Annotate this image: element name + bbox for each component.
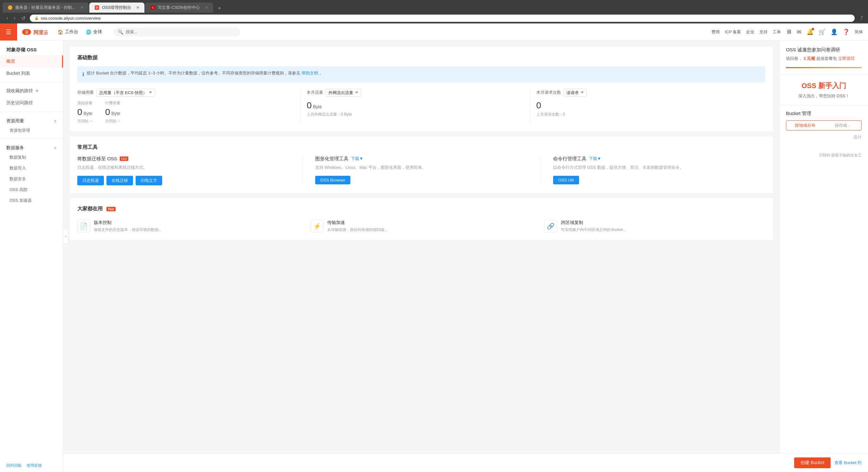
brand-logo: 云 阿里云 bbox=[17, 27, 53, 37]
nav-links: 🏠 工作台 🌐 全球 bbox=[53, 29, 107, 35]
add-saved-path-icon[interactable]: + bbox=[35, 88, 38, 94]
header-icp-link[interactable]: ICP 备案 bbox=[725, 29, 741, 35]
sidebar-old-version[interactable]: 回到旧版 bbox=[6, 463, 22, 468]
browser-tab-2[interactable]: O OSS管理控制台 ✕ bbox=[89, 3, 145, 13]
traffic-select[interactable]: 外网流出流量 bbox=[326, 89, 361, 97]
sidebar-oss-accelerator[interactable]: OSS 加速器 bbox=[0, 195, 63, 206]
bottom-hint: CSDN @双子猫的次女工 bbox=[780, 149, 868, 161]
requests-select[interactable]: 读请求 bbox=[564, 89, 587, 97]
sidebar-item-bucket-list[interactable]: Bucket 列表 bbox=[0, 67, 63, 80]
sidebar-overview-label: 概览 bbox=[6, 59, 15, 64]
help-doc-link[interactable]: 帮助文档 bbox=[302, 71, 318, 75]
popular-card: 大家都在用 Hot 📄 版本控制 保留文件的历史版本，错误导致的数据... ⚡ bbox=[70, 198, 773, 240]
tab-close-3[interactable]: ✕ bbox=[205, 5, 208, 10]
nav-global-label: 全球 bbox=[93, 29, 102, 35]
sidebar-resource-label[interactable]: 资源用量 ∧ bbox=[6, 118, 57, 124]
common-tools-card: 常用工具 将数据迁移至 OSS Hot 日志投递、在线迁移和离线迁移方式。 日志… bbox=[70, 136, 773, 193]
header-support-link[interactable]: 支持 bbox=[760, 29, 768, 35]
monitor-icon[interactable]: 🖥 bbox=[786, 29, 792, 35]
app-header: ☰ 云 阿里云 🏠 工作台 🌐 全球 🔍 费用 ICP 备案 企业 支持 工单 … bbox=[0, 24, 868, 40]
browser-tab-3[interactable]: C 写文章-CSDN创作中心 ✕ bbox=[145, 3, 213, 13]
search-icon: 🔍 bbox=[118, 29, 123, 34]
forward-button[interactable]: › bbox=[12, 14, 17, 22]
sidebar-item-overview[interactable]: 概览 bbox=[0, 56, 63, 67]
oss-browser-button[interactable]: OSS Browser bbox=[315, 176, 350, 184]
sidebar-data-security[interactable]: 数据安全 bbox=[0, 174, 63, 184]
tool-migrate-title: 将数据迁移至 OSS Hot bbox=[77, 156, 289, 162]
share-button[interactable]: ⤴ bbox=[860, 15, 863, 21]
version-control-title: 版本控制 bbox=[94, 220, 161, 225]
nav-workbench[interactable]: 🏠 工作台 bbox=[58, 29, 78, 35]
bucket-tab-storage[interactable]: 按存储... bbox=[824, 121, 862, 130]
browser-tab-1[interactable]: 服务器 - 轻量应用服务器 - 控制... ✕ bbox=[3, 3, 89, 13]
sidebar-data-copy[interactable]: 数据复制 bbox=[0, 152, 63, 163]
header-fee-link[interactable]: 费用 bbox=[712, 29, 720, 35]
online-migrate-button[interactable]: 在线迁移 bbox=[106, 176, 133, 185]
lock-icon: 🔒 bbox=[34, 16, 39, 20]
sidebar-saved-paths[interactable]: 我收藏的路径 + bbox=[0, 85, 63, 97]
survey-divider bbox=[786, 67, 862, 68]
version-control-desc: 保留文件的历史版本，错误导致的数据... bbox=[94, 227, 161, 232]
header-ticket-link[interactable]: 工单 bbox=[773, 29, 781, 35]
resource-section-text: 资源用量 bbox=[6, 118, 24, 124]
help-icon[interactable]: ❓ bbox=[843, 29, 849, 35]
requests-selector: 本月请求次数 读请求 bbox=[536, 89, 753, 97]
tool-cli: 命令行管理工具 下载▼ 以命令行方式管理 OSS 数据，提供方便、简洁、丰富的数… bbox=[553, 156, 765, 186]
sidebar-resource-pkg[interactable]: 资源包管理 bbox=[0, 125, 63, 136]
bottom-hint-text: CSDN @双子猫的次女工 bbox=[786, 151, 862, 158]
browser-chrome: 服务器 - 轻量应用服务器 - 控制... ✕ O OSS管理控制台 ✕ C 写… bbox=[0, 0, 868, 24]
language-switch[interactable]: 简体 bbox=[855, 29, 863, 35]
traffic-num: 0 bbox=[307, 100, 312, 111]
back-button[interactable]: ‹ bbox=[5, 14, 9, 22]
log-delivery-button[interactable]: 日志投递 bbox=[77, 176, 104, 185]
transfer-accel-title: 传输加速 bbox=[327, 220, 388, 225]
survey-card: OSS 诚邀您参加问卷调研 填问卷， 1 元领 超值套餐包 立即填写 bbox=[780, 40, 868, 75]
header-enterprise-link[interactable]: 企业 bbox=[746, 29, 754, 35]
cli-download-link[interactable]: 下载▼ bbox=[589, 156, 601, 162]
survey-desc-mid: 超值套餐包 bbox=[816, 56, 838, 61]
oss-intro-card: OSS 新手入门 深入浅出，带您玩转 OSS！ bbox=[780, 75, 868, 105]
svg-text:云: 云 bbox=[25, 30, 29, 34]
new-tab-button[interactable]: + bbox=[215, 4, 224, 13]
popular-hot-badge: Hot bbox=[106, 207, 115, 211]
user-icon[interactable]: 👤 bbox=[831, 29, 838, 35]
bucket-tab-region[interactable]: 按地域分布 bbox=[786, 121, 824, 130]
survey-desc: 填问卷， 1 元领 超值套餐包 立即填写 bbox=[786, 56, 862, 62]
address-input[interactable]: 🔒 oss.console.aliyun.com/overview bbox=[30, 14, 855, 22]
home-icon: 🏠 bbox=[58, 29, 63, 34]
cross-region-desc: 可实现账户内不同区域之间的 Bucket... bbox=[561, 227, 626, 232]
gui-download-link[interactable]: 下载▼ bbox=[351, 156, 363, 162]
version-control-icon: 📄 bbox=[77, 220, 90, 232]
create-bucket-button[interactable]: 创建 Bucket bbox=[794, 458, 831, 468]
aliyun-logo: 云 阿里云 bbox=[22, 27, 48, 37]
cart-icon[interactable]: 🛒 bbox=[818, 29, 826, 35]
sidebar-data-import[interactable]: 数据导入 bbox=[0, 163, 63, 174]
tab-close-1[interactable]: ✕ bbox=[81, 5, 84, 10]
search-input[interactable] bbox=[126, 29, 236, 34]
cross-region-text: 跨区域复制 可实现账户内不同区域之间的 Bucket... bbox=[561, 220, 626, 232]
sidebar-feedback[interactable]: 使用反馈 bbox=[27, 463, 42, 468]
data-chevron-icon: ∧ bbox=[54, 146, 57, 150]
sidebar-oss-ddos[interactable]: OSS 高防 bbox=[0, 184, 63, 195]
header-actions: 费用 ICP 备案 企业 支持 工单 🖥 ✉ 🔔 🛒 👤 ❓ 简体 bbox=[712, 29, 863, 35]
view-bucket-link[interactable]: 查看 Bucket 列 bbox=[834, 460, 862, 466]
nav-global[interactable]: 🌐 全球 bbox=[86, 29, 102, 35]
traffic-compare: 上月外网流出流量：0 Byte bbox=[307, 112, 352, 117]
storage-select[interactable]: 总用量（不含 ECS 快照） bbox=[96, 89, 155, 97]
reload-button[interactable]: ↺ bbox=[20, 14, 27, 22]
sidebar-collapse-button[interactable]: ‹ bbox=[63, 228, 68, 244]
transfer-accel-text: 传输加速 从传输链路，协议到存储的端到端... bbox=[327, 220, 388, 232]
sidebar-data-section: 数据服务 ∧ bbox=[0, 141, 63, 152]
sidebar-data-label[interactable]: 数据服务 ∧ bbox=[6, 145, 57, 151]
flash-cube-button[interactable]: 闪电立方 bbox=[135, 176, 162, 185]
sidebar-history-paths[interactable]: 历史访问路径 bbox=[0, 97, 63, 109]
survey-link[interactable]: 立即填写 bbox=[838, 56, 855, 61]
tool-gui: 图形化管理工具 下载▼ 支持 Windows、Linux、Mac 平台，图形化界… bbox=[315, 156, 527, 186]
mail-icon[interactable]: ✉ bbox=[797, 29, 802, 35]
menu-button[interactable]: ☰ bbox=[0, 24, 17, 40]
sidebar-divider-2 bbox=[0, 112, 63, 112]
popular-title: 大家都在用 Hot bbox=[77, 206, 765, 212]
tab-close-2[interactable]: ✕ bbox=[136, 5, 140, 10]
oss-util-button[interactable]: OSS Util bbox=[553, 176, 579, 184]
bell-icon[interactable]: 🔔 bbox=[807, 29, 813, 35]
